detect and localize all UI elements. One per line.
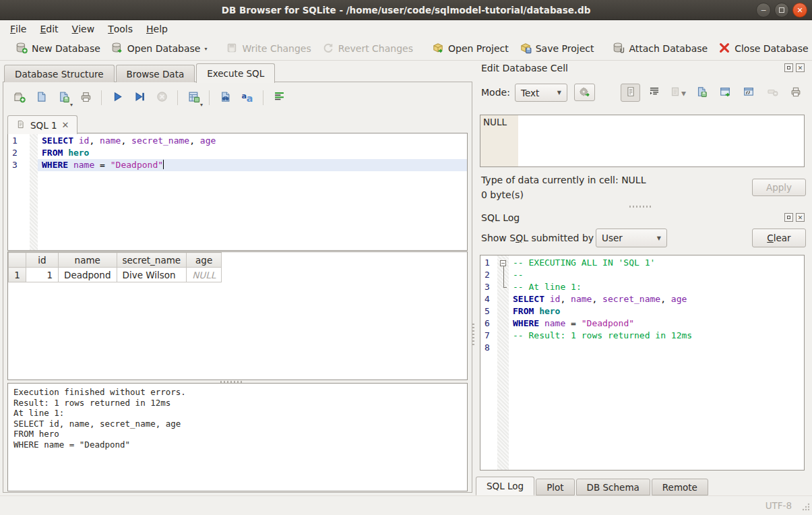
cell-secret_name[interactable]: Dive Wilson [117,268,187,282]
import-icon [669,86,681,100]
code-line-6: 6WHERE name = "Deadpond" [480,317,804,330]
sql-editor[interactable]: 1SELECT id, name, secret_name, age2FROM … [7,133,468,251]
cell-content-area[interactable] [518,115,804,166]
apply-format-button[interactable] [574,84,595,101]
play-icon [111,90,124,105]
code-text: WHERE name = "Deadpond" [38,159,467,171]
tab-database-structure[interactable]: Database Structure [4,65,115,82]
vertical-splitter-handle[interactable] [472,324,474,346]
open-database-button[interactable]: Open Database▾ [106,39,213,59]
resize-grip[interactable] [801,502,810,513]
code-line-7: 7-- Result: 1 rows returned in 12ms [480,330,804,342]
sql-tab-close-icon[interactable]: ✕ [62,120,69,130]
copy-cell-link-button[interactable] [739,84,758,102]
open-in-external-app-button[interactable] [715,84,735,102]
dock-splitter-handle[interactable] [629,206,652,208]
save-project-button[interactable]: Save Project [514,39,600,59]
menu-help[interactable]: Help [139,20,175,37]
import-cell-data-button: ▾ [668,84,687,102]
toolbar-separator [209,90,210,105]
execute-all-button[interactable] [108,89,126,107]
attach-database-label: Attach Database [629,43,708,54]
column-header-id[interactable]: id [26,253,59,268]
cell-editor[interactable]: NULL [480,115,805,167]
clear-label-part: lear [774,233,791,243]
cell-name[interactable]: Deadpond [59,268,117,282]
minimize-icon: − [760,6,766,15]
db-close-icon [718,42,730,56]
new-database-label: New Database [32,43,100,54]
stop-icon [156,90,168,105]
new-database-button[interactable]: New Database [10,39,106,59]
find-in-sql-button[interactable] [216,89,234,107]
print-sql-button[interactable] [77,89,94,107]
message-line: FROM hero [13,429,462,440]
menubar: FileEditViewToolsHelp [0,20,812,37]
save-results-view-button[interactable]: ▾ [185,89,202,107]
fold-marker [497,269,509,281]
word-wrap-button[interactable] [644,84,664,102]
proj-save-icon [520,42,532,56]
fold-margin [497,317,509,330]
export-cell-data-button[interactable] [691,84,711,102]
text-display-mode-button[interactable] [621,84,640,102]
float-panel-icon[interactable] [784,63,793,72]
format-sql-button[interactable] [270,89,288,107]
open-project-button[interactable]: Open Project [427,39,514,59]
code-text: FROM hero [38,147,467,159]
cell-id[interactable]: 1 [26,268,59,282]
titlebar[interactable]: DB Browser for SQLite - /home/user/code/… [0,0,812,20]
cell-age[interactable]: NULL [187,268,222,282]
new-sql-tab-button[interactable] [10,89,28,107]
code-line-3: 3WHERE name = "Deadpond" [8,159,467,171]
row-header[interactable]: 1 [9,268,26,282]
tab-browse-data[interactable]: Browse Data [116,65,195,82]
column-header-age[interactable]: age [187,253,222,268]
fold-margin [30,135,38,147]
mode-select[interactable]: Text ▼ [515,84,567,102]
menu-file[interactable]: File [3,20,33,37]
dock-tab-plot[interactable]: Plot [536,479,574,495]
print-cell-button[interactable] [786,84,805,102]
fold-margin [497,330,509,342]
show-sql-label: Show SQL submitted by [481,233,594,243]
close-database-button[interactable]: Close Database [713,39,812,59]
open-file-icon [35,90,48,105]
fold-marker[interactable] [497,257,509,269]
close-button[interactable]: ✕ [792,3,807,18]
auto-completion-button[interactable]: aa [239,89,256,107]
line-number: 4 [480,293,497,305]
execution-message-box[interactable]: Execution finished without errors.Result… [7,383,468,491]
fold-margin [497,342,509,354]
float-panel-icon[interactable] [784,213,793,222]
chevron-down-icon: ▾ [70,102,73,108]
results-corner-cell [9,253,26,268]
code-text [509,342,804,354]
sql-tab[interactable]: SQL 1 ✕ [7,115,77,134]
dock-tab-sql-log[interactable]: SQL Log [476,477,534,495]
apply-button-label: Apply [766,182,792,193]
clear-log-button[interactable]: Clear [752,229,806,247]
minimize-button[interactable]: − [756,3,771,18]
maximize-button[interactable] [774,3,789,18]
menu-tools[interactable]: Tools [101,20,139,37]
log-filter-select[interactable]: User ▼ [596,229,667,247]
tab-execute-sql[interactable]: Execute SQL [196,63,275,83]
attach-database-button[interactable]: Attach Database [607,39,713,59]
code-text: -- [509,269,804,281]
close-panel-icon[interactable]: ✕ [796,213,805,222]
save-sql-file-button[interactable]: ▾ [55,89,72,107]
wrap-icon [648,86,660,100]
menu-view[interactable]: View [65,20,102,37]
open-sql-file-button[interactable] [32,89,50,107]
menu-edit[interactable]: Edit [33,20,65,37]
dock-tab-db-schema[interactable]: DB Schema [576,479,650,495]
execute-current-line-button[interactable] [131,89,148,107]
cell-value: NULL [480,115,518,166]
column-header-name[interactable]: name [59,253,117,268]
dock-tab-remote[interactable]: Remote [652,479,708,495]
close-panel-icon[interactable]: ✕ [796,63,805,72]
line-number: 7 [480,330,497,342]
column-header-secret_name[interactable]: secret_name [117,253,187,268]
sql-log-view[interactable]: 1-- EXECUTING ALL IN 'SQL 1'2--3-- At li… [480,255,805,471]
